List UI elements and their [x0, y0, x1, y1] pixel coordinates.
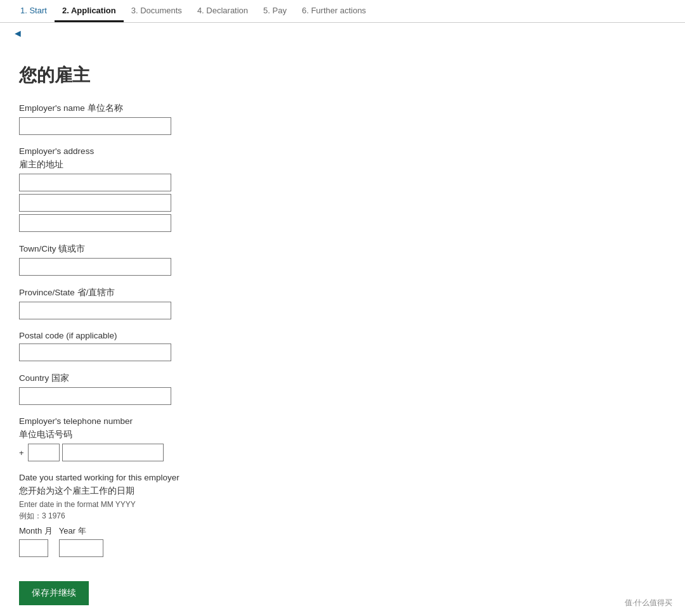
telephone-field-group: Employer's telephone number 单位电话号码 +	[19, 416, 552, 461]
date-started-label1: Date you started working for this employ…	[19, 473, 552, 482]
date-hint1: Enter date in the format MM YYYY	[19, 500, 552, 509]
town-city-label: Town/City 镇或市	[19, 243, 552, 255]
year-label: Year 年	[59, 525, 103, 537]
date-row: Month 月 Year 年	[19, 525, 552, 557]
phone-plus-sign: +	[19, 448, 24, 458]
employer-name-field-group: Employer's name 单位名称	[19, 103, 552, 135]
province-state-input[interactable]	[19, 302, 171, 319]
watermark: 值·什么值得买	[625, 598, 672, 608]
back-button[interactable]: ◄	[0, 23, 685, 44]
page-title: 您的雇主	[19, 63, 552, 87]
country-input[interactable]	[19, 387, 171, 405]
address-line-2-input[interactable]	[19, 194, 171, 212]
employer-address-label2: 雇主的地址	[19, 159, 552, 170]
postal-code-input[interactable]	[19, 343, 171, 361]
telephone-label2: 单位电话号码	[19, 429, 552, 440]
country-field-group: Country 国家	[19, 373, 552, 405]
step-5-pay: 5. Pay	[256, 1, 294, 22]
employer-name-label: Employer's name 单位名称	[19, 103, 552, 114]
step-1-start[interactable]: 1. Start	[13, 1, 55, 22]
step-4-declaration: 4. Declaration	[190, 1, 256, 22]
province-state-field-group: Province/State 省/直辖市	[19, 287, 552, 319]
postal-code-field-group: Postal code (if applicable)	[19, 331, 552, 361]
year-field: Year 年	[59, 525, 103, 557]
address-lines	[19, 174, 552, 232]
stepper: 1. Start 2. Application 3. Documents 4. …	[0, 0, 685, 23]
month-field: Month 月	[19, 525, 53, 557]
date-started-field-group: Date you started working for this employ…	[19, 473, 552, 557]
employer-address-label1: Employer's address	[19, 146, 552, 156]
date-started-label2: 您开始为这个雇主工作的日期	[19, 485, 552, 497]
town-city-field-group: Town/City 镇或市	[19, 243, 552, 276]
country-label: Country 国家	[19, 373, 552, 384]
employer-name-input[interactable]	[19, 117, 171, 135]
step-6-further-actions: 6. Further actions	[294, 1, 374, 22]
month-input[interactable]	[19, 539, 48, 557]
month-label: Month 月	[19, 525, 53, 537]
year-input[interactable]	[59, 539, 103, 557]
main-content: 您的雇主 Employer's name 单位名称 Employer's add…	[0, 44, 571, 616]
town-city-input[interactable]	[19, 258, 171, 276]
province-state-label: Province/State 省/直辖市	[19, 287, 552, 298]
employer-address-field-group: Employer's address 雇主的地址	[19, 146, 552, 232]
date-hint2: 例如：3 1976	[19, 511, 552, 522]
postal-code-label: Postal code (if applicable)	[19, 331, 552, 340]
step-3-documents: 3. Documents	[124, 1, 190, 22]
telephone-label1: Employer's telephone number	[19, 416, 552, 426]
phone-code-input[interactable]	[28, 444, 60, 461]
phone-row: +	[19, 444, 552, 461]
phone-number-input[interactable]	[62, 444, 164, 461]
address-line-1-input[interactable]	[19, 174, 171, 191]
address-line-3-input[interactable]	[19, 214, 171, 232]
save-continue-button[interactable]: 保存并继续	[19, 581, 89, 605]
step-2-application[interactable]: 2. Application	[55, 1, 124, 22]
